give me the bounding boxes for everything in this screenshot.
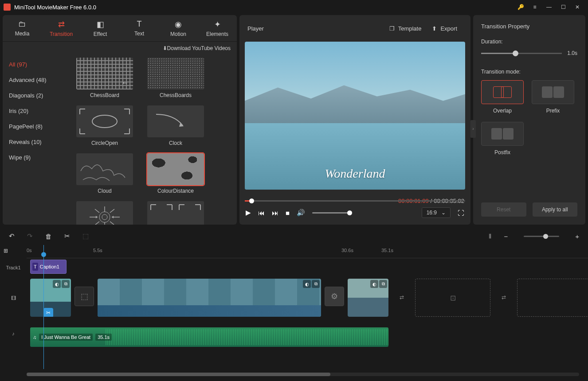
panel-expand-handle[interactable]: › — [470, 120, 476, 138]
video-clip[interactable]: ◐⧉🔊 — [98, 279, 321, 317]
apply-all-button[interactable]: Apply to all — [533, 202, 578, 217]
drop-zone[interactable]: ⊡ — [415, 279, 490, 317]
motion-icon: ◉ — [175, 19, 182, 29]
close-icon[interactable]: ✕ — [570, 0, 584, 14]
minimize-icon[interactable]: — — [542, 0, 556, 14]
video-clip[interactable]: ◐⧉ — [348, 279, 388, 317]
audio-clip[interactable]: ♫ I Just Wanna Be Great 35.1s — [30, 327, 388, 347]
key-icon[interactable]: 🔑 — [514, 0, 528, 14]
volume-slider[interactable] — [312, 212, 352, 214]
tab-motion-label: Motion — [170, 31, 186, 37]
category-iris[interactable]: Iris (20) — [3, 103, 67, 119]
zoom-slider[interactable] — [524, 236, 559, 237]
timeline-toolbar: ↶ ↷ 🗑 ✂ ⬚ ⦀ − + — [0, 227, 588, 245]
ruler-tick: 5.5s — [93, 248, 102, 253]
export-button[interactable]: ⬆Export — [427, 25, 463, 32]
tab-effect[interactable]: ◧Effect — [81, 15, 120, 41]
play-button[interactable]: ▶ — [246, 209, 251, 217]
snap-button[interactable]: ⦀ — [489, 232, 491, 240]
drop-zone[interactable] — [517, 279, 588, 317]
transition-name: ChessBoards — [160, 92, 192, 98]
transition-item[interactable] — [74, 201, 135, 225]
speed-icon[interactable]: ◐ — [303, 280, 311, 288]
reset-button[interactable]: Reset — [481, 202, 526, 217]
playhead[interactable] — [43, 245, 44, 369]
download-youtube-button[interactable]: ⬇Download YouTube Videos — [163, 45, 231, 51]
redo-button[interactable]: ↷ — [27, 232, 33, 240]
tab-motion[interactable]: ◉Motion — [159, 15, 198, 41]
crop-button[interactable]: ⬚ — [82, 232, 89, 240]
tab-elements-label: Elements — [206, 31, 228, 37]
tab-transition-label: Transition — [50, 31, 73, 37]
transition-slot[interactable]: ⬚ — [74, 287, 94, 306]
transition-item[interactable]: Clock — [145, 105, 206, 146]
undo-button[interactable]: ↶ — [9, 232, 15, 240]
transition-item[interactable]: ←ChessBoard — [74, 58, 135, 98]
template-button[interactable]: ❐Template — [384, 25, 427, 32]
stop-button[interactable]: ■ — [286, 209, 290, 217]
duration-slider[interactable] — [481, 53, 562, 54]
transition-icon: ⇄ — [58, 19, 65, 29]
category-wipe[interactable]: Wipe (9) — [3, 150, 67, 165]
track1-label: Track1 — [0, 265, 27, 270]
player-title: Player — [247, 25, 384, 32]
category-pagepeel[interactable]: PagePeel (8) — [3, 119, 67, 134]
ruler[interactable]: 0s 5.5s 30.6s 35.1s — [27, 245, 588, 258]
swap-icon[interactable]: ⇄ — [498, 291, 510, 303]
tab-media[interactable]: 🗀Media — [3, 15, 42, 41]
transition-item[interactable]: CircleOpen — [74, 105, 135, 146]
copy-icon[interactable]: ⧉ — [312, 280, 320, 288]
transition-name: Clock — [169, 140, 182, 146]
fullscreen-button[interactable]: ⛶ — [458, 209, 464, 217]
category-diagonals[interactable]: Diagonals (2) — [3, 88, 67, 103]
tab-transition[interactable]: ⇄Transition — [42, 15, 81, 41]
transition-item[interactable]: ColourDistance — [145, 153, 206, 194]
category-advanced[interactable]: Advanced (48) — [3, 72, 67, 88]
tab-text[interactable]: TText — [120, 15, 159, 41]
transition-slot[interactable]: ⚙ — [325, 287, 344, 306]
transition-thumb: ← — [76, 58, 133, 89]
ruler-tick: 30.6s — [341, 248, 353, 253]
transition-thumb — [147, 201, 204, 225]
transition-item[interactable] — [145, 201, 206, 225]
zoom-out-button[interactable]: − — [504, 233, 508, 240]
download-icon: ⬇ — [163, 45, 167, 51]
copy-icon[interactable]: ⧉ — [62, 280, 70, 288]
horizontal-scrollbar[interactable] — [27, 373, 579, 376]
caption-clip[interactable]: TCaption1 — [30, 260, 67, 274]
video-preview[interactable]: Wonderland — [245, 42, 465, 190]
svg-point-0 — [92, 115, 117, 128]
add-track-button[interactable]: ⊞ — [0, 245, 27, 257]
mode-postfix-label: Postfix — [494, 149, 510, 156]
mode-postfix[interactable] — [481, 122, 524, 146]
copy-icon[interactable]: ⧉ — [379, 280, 387, 288]
menu-icon[interactable]: ≡ — [528, 0, 542, 14]
export-label: Export — [440, 25, 457, 32]
timeline: ⊞ 0s 5.5s 30.6s 35.1s Track1 TCaption1 🎞… — [0, 245, 588, 378]
split-icon[interactable]: ✂ — [43, 308, 53, 317]
transition-item[interactable]: Cloud — [74, 153, 135, 194]
maximize-icon[interactable]: ☐ — [556, 0, 570, 14]
volume-icon[interactable]: 🔊 — [297, 209, 305, 217]
category-reveals[interactable]: Reveals (10) — [3, 134, 67, 150]
mode-overlap[interactable] — [481, 80, 524, 104]
next-button[interactable]: ⏭ — [272, 209, 278, 217]
cut-button[interactable]: ✂ — [64, 232, 70, 240]
speed-icon[interactable]: ◐ — [370, 280, 378, 288]
aspect-ratio-select[interactable]: 16:9⌄ — [422, 207, 451, 218]
music-icon: ♫ — [33, 334, 36, 340]
mode-prefix[interactable] — [532, 80, 574, 104]
tab-elements[interactable]: ✦Elements — [198, 15, 237, 41]
speed-icon[interactable]: ◐ — [53, 280, 61, 288]
swap-icon[interactable]: ⇄ — [396, 291, 408, 303]
app-logo — [4, 4, 11, 11]
volume-icon[interactable]: 🔊 — [100, 309, 107, 315]
category-all[interactable]: All (97) — [3, 57, 67, 72]
delete-button[interactable]: 🗑 — [45, 233, 52, 240]
prev-button[interactable]: ⏮ — [258, 209, 265, 217]
video-clip[interactable]: ◐⧉✂ — [30, 279, 71, 317]
zoom-in-button[interactable]: + — [575, 233, 579, 240]
transition-item[interactable]: ChessBoards — [145, 58, 206, 98]
scrub-bar[interactable] — [245, 196, 465, 206]
tab-media-label: Media — [15, 31, 30, 37]
